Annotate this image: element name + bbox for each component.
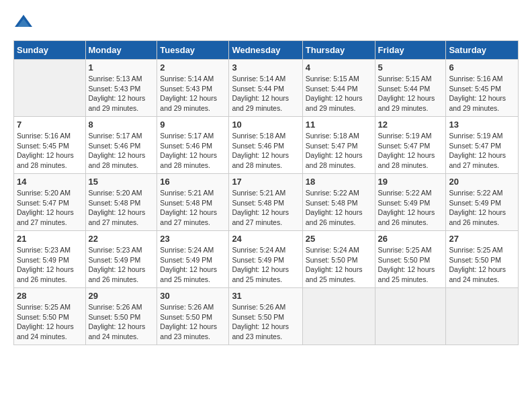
day-info: Sunrise: 5:18 AM Sunset: 5:46 PM Dayligh… [232,131,299,171]
day-info: Sunrise: 5:22 AM Sunset: 5:48 PM Dayligh… [306,188,372,228]
day-number: 11 [306,120,372,130]
day-number: 30 [160,291,226,301]
calendar-cell: 30Sunrise: 5:26 AM Sunset: 5:50 PM Dayli… [157,288,229,345]
day-info: Sunrise: 5:16 AM Sunset: 5:45 PM Dayligh… [17,131,83,171]
day-number: 27 [449,234,515,244]
calendar-cell: 28Sunrise: 5:25 AM Sunset: 5:50 PM Dayli… [14,288,86,345]
day-number: 16 [160,177,226,187]
day-number: 5 [378,62,443,73]
calendar-week-row: 21Sunrise: 5:23 AM Sunset: 5:49 PM Dayli… [14,231,519,288]
day-number: 31 [232,291,299,301]
calendar-cell [375,288,446,345]
day-info: Sunrise: 5:25 AM Sunset: 5:50 PM Dayligh… [17,302,83,342]
calendar-cell: 10Sunrise: 5:18 AM Sunset: 5:46 PM Dayli… [229,117,302,174]
logo [13,13,36,34]
calendar-week-row: 7Sunrise: 5:16 AM Sunset: 5:45 PM Daylig… [14,117,519,174]
day-info: Sunrise: 5:24 AM Sunset: 5:50 PM Dayligh… [306,245,372,285]
day-number: 6 [449,62,515,73]
calendar-cell: 7Sunrise: 5:16 AM Sunset: 5:45 PM Daylig… [14,117,86,174]
calendar-table: SundayMondayTuesdayWednesdayThursdayFrid… [13,40,519,345]
calendar-cell: 9Sunrise: 5:17 AM Sunset: 5:46 PM Daylig… [157,117,229,174]
day-info: Sunrise: 5:25 AM Sunset: 5:50 PM Dayligh… [449,245,515,285]
day-number: 10 [232,120,299,130]
day-info: Sunrise: 5:17 AM Sunset: 5:46 PM Dayligh… [89,131,154,171]
calendar-cell: 27Sunrise: 5:25 AM Sunset: 5:50 PM Dayli… [446,231,519,288]
calendar-cell: 16Sunrise: 5:21 AM Sunset: 5:48 PM Dayli… [157,174,229,231]
calendar-cell: 15Sunrise: 5:20 AM Sunset: 5:48 PM Dayli… [85,174,157,231]
day-number: 9 [160,120,226,130]
day-info: Sunrise: 5:14 AM Sunset: 5:43 PM Dayligh… [160,74,226,113]
day-info: Sunrise: 5:19 AM Sunset: 5:47 PM Dayligh… [449,131,515,171]
day-info: Sunrise: 5:19 AM Sunset: 5:47 PM Dayligh… [378,131,443,171]
calendar-cell: 23Sunrise: 5:24 AM Sunset: 5:49 PM Dayli… [157,231,229,288]
calendar-cell: 8Sunrise: 5:17 AM Sunset: 5:46 PM Daylig… [85,117,157,174]
day-info: Sunrise: 5:22 AM Sunset: 5:49 PM Dayligh… [378,188,443,228]
calendar-cell: 4Sunrise: 5:15 AM Sunset: 5:44 PM Daylig… [302,60,375,117]
day-number: 15 [89,177,154,187]
logo-icon [13,13,34,34]
day-number: 19 [378,177,443,187]
calendar-cell [446,288,519,345]
day-of-week-header: Monday [85,41,157,60]
calendar-cell: 3Sunrise: 5:14 AM Sunset: 5:44 PM Daylig… [229,60,302,117]
day-of-week-header: Thursday [302,41,375,60]
day-info: Sunrise: 5:26 AM Sunset: 5:50 PM Dayligh… [232,302,299,342]
calendar-cell: 12Sunrise: 5:19 AM Sunset: 5:47 PM Dayli… [375,117,446,174]
page-header [13,13,519,34]
calendar-cell: 19Sunrise: 5:22 AM Sunset: 5:49 PM Dayli… [375,174,446,231]
day-info: Sunrise: 5:23 AM Sunset: 5:49 PM Dayligh… [17,245,83,285]
day-info: Sunrise: 5:24 AM Sunset: 5:49 PM Dayligh… [232,245,299,285]
day-number: 2 [160,62,226,73]
day-number: 3 [232,62,299,73]
calendar-week-row: 28Sunrise: 5:25 AM Sunset: 5:50 PM Dayli… [14,288,519,345]
calendar-cell: 18Sunrise: 5:22 AM Sunset: 5:48 PM Dayli… [302,174,375,231]
calendar-cell: 2Sunrise: 5:14 AM Sunset: 5:43 PM Daylig… [157,60,229,117]
day-info: Sunrise: 5:15 AM Sunset: 5:44 PM Dayligh… [306,74,372,113]
day-number: 1 [89,62,154,73]
calendar-week-row: 1Sunrise: 5:13 AM Sunset: 5:43 PM Daylig… [14,60,519,117]
calendar-cell: 5Sunrise: 5:15 AM Sunset: 5:44 PM Daylig… [375,60,446,117]
calendar-cell: 31Sunrise: 5:26 AM Sunset: 5:50 PM Dayli… [229,288,302,345]
day-info: Sunrise: 5:21 AM Sunset: 5:48 PM Dayligh… [232,188,299,228]
day-info: Sunrise: 5:14 AM Sunset: 5:44 PM Dayligh… [232,74,299,113]
day-info: Sunrise: 5:26 AM Sunset: 5:50 PM Dayligh… [89,302,154,342]
calendar-cell: 29Sunrise: 5:26 AM Sunset: 5:50 PM Dayli… [85,288,157,345]
day-info: Sunrise: 5:15 AM Sunset: 5:44 PM Dayligh… [378,74,443,113]
day-number: 4 [306,62,372,73]
day-info: Sunrise: 5:16 AM Sunset: 5:45 PM Dayligh… [449,74,515,113]
day-number: 22 [89,234,154,244]
calendar-cell [302,288,375,345]
calendar-cell: 25Sunrise: 5:24 AM Sunset: 5:50 PM Dayli… [302,231,375,288]
day-number: 7 [17,120,83,130]
day-of-week-header: Sunday [14,41,86,60]
day-info: Sunrise: 5:20 AM Sunset: 5:48 PM Dayligh… [89,188,154,228]
day-info: Sunrise: 5:18 AM Sunset: 5:47 PM Dayligh… [306,131,372,171]
day-number: 18 [306,177,372,187]
day-number: 29 [89,291,154,301]
day-info: Sunrise: 5:25 AM Sunset: 5:50 PM Dayligh… [378,245,443,285]
day-info: Sunrise: 5:23 AM Sunset: 5:49 PM Dayligh… [89,245,154,285]
day-headers-row: SundayMondayTuesdayWednesdayThursdayFrid… [14,41,519,60]
day-info: Sunrise: 5:17 AM Sunset: 5:46 PM Dayligh… [160,131,226,171]
day-info: Sunrise: 5:13 AM Sunset: 5:43 PM Dayligh… [89,74,154,113]
calendar-week-row: 14Sunrise: 5:20 AM Sunset: 5:47 PM Dayli… [14,174,519,231]
day-of-week-header: Tuesday [157,41,229,60]
day-number: 28 [17,291,83,301]
day-of-week-header: Saturday [446,41,519,60]
day-number: 8 [89,120,154,130]
day-number: 17 [232,177,299,187]
day-info: Sunrise: 5:21 AM Sunset: 5:48 PM Dayligh… [160,188,226,228]
calendar-cell: 14Sunrise: 5:20 AM Sunset: 5:47 PM Dayli… [14,174,86,231]
calendar-cell: 17Sunrise: 5:21 AM Sunset: 5:48 PM Dayli… [229,174,302,231]
calendar-cell: 1Sunrise: 5:13 AM Sunset: 5:43 PM Daylig… [85,60,157,117]
calendar-cell: 21Sunrise: 5:23 AM Sunset: 5:49 PM Dayli… [14,231,86,288]
calendar-cell: 26Sunrise: 5:25 AM Sunset: 5:50 PM Dayli… [375,231,446,288]
calendar-cell: 20Sunrise: 5:22 AM Sunset: 5:49 PM Dayli… [446,174,519,231]
day-number: 14 [17,177,83,187]
day-number: 25 [306,234,372,244]
day-info: Sunrise: 5:20 AM Sunset: 5:47 PM Dayligh… [17,188,83,228]
calendar-header: SundayMondayTuesdayWednesdayThursdayFrid… [14,41,519,60]
calendar-body: 1Sunrise: 5:13 AM Sunset: 5:43 PM Daylig… [14,60,519,345]
calendar-cell: 22Sunrise: 5:23 AM Sunset: 5:49 PM Dayli… [85,231,157,288]
day-info: Sunrise: 5:26 AM Sunset: 5:50 PM Dayligh… [160,302,226,342]
